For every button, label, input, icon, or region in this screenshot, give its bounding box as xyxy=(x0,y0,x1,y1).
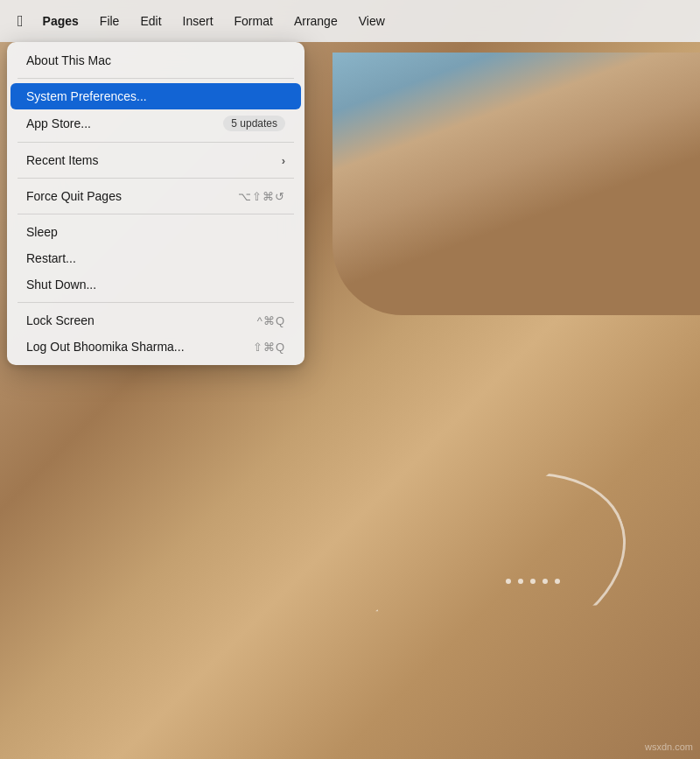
menu-item-log-out[interactable]: Log Out Bhoomika Sharma... ⇧⌘Q xyxy=(10,334,301,360)
menu-item-force-quit[interactable]: Force Quit Pages ⌥⇧⌘↺ xyxy=(10,183,301,209)
separator-1 xyxy=(18,78,294,79)
menu-item-system-prefs[interactable]: System Preferences... xyxy=(10,83,301,109)
menubar-format[interactable]: Format xyxy=(226,11,282,32)
apple-menu-button[interactable]:  xyxy=(10,9,31,34)
desktop-decoration xyxy=(346,439,652,694)
menu-item-shut-down[interactable]: Shut Down... xyxy=(10,271,301,298)
separator-3 xyxy=(18,178,294,179)
menu-item-app-store-label: App Store... xyxy=(26,116,223,130)
menubar-insert[interactable]: Insert xyxy=(174,11,222,32)
menubar-file[interactable]: File xyxy=(91,11,129,32)
menu-item-about-mac[interactable]: About This Mac xyxy=(10,47,301,74)
separator-4 xyxy=(18,214,294,214)
lock-screen-shortcut: ^⌘Q xyxy=(257,314,285,327)
menu-item-log-out-label: Log Out Bhoomika Sharma... xyxy=(26,340,253,354)
menubar-pages[interactable]: Pages xyxy=(34,11,88,32)
menu-item-lock-screen-label: Lock Screen xyxy=(26,313,257,327)
watermark: wsxdn.com xyxy=(645,741,693,752)
menu-item-recent-items[interactable]: Recent Items › xyxy=(10,147,301,173)
separator-2 xyxy=(18,142,294,143)
menu-item-restart-label: Restart... xyxy=(26,251,285,265)
menu-item-lock-screen[interactable]: Lock Screen ^⌘Q xyxy=(10,307,301,334)
menu-item-app-store[interactable]: App Store... 5 updates xyxy=(10,109,301,137)
apple-menu-dropdown: About This Mac System Preferences... App… xyxy=(7,42,304,365)
menu-item-shut-down-label: Shut Down... xyxy=(26,278,285,292)
menu-item-sleep[interactable]: Sleep xyxy=(10,219,301,245)
menu-item-force-quit-label: Force Quit Pages xyxy=(26,189,238,203)
desktop-dots xyxy=(506,579,560,584)
force-quit-shortcut: ⌥⇧⌘↺ xyxy=(238,190,285,203)
menubar:  Pages File Edit Insert Format Arrange … xyxy=(0,0,700,42)
log-out-shortcut: ⇧⌘Q xyxy=(253,341,285,354)
menu-item-system-prefs-label: System Preferences... xyxy=(26,89,285,103)
menubar-arrange[interactable]: Arrange xyxy=(285,11,346,32)
menu-item-sleep-label: Sleep xyxy=(26,225,285,239)
menu-item-about-mac-label: About This Mac xyxy=(26,53,285,67)
menubar-view[interactable]: View xyxy=(350,11,394,32)
recent-items-chevron-icon: › xyxy=(282,154,285,167)
menubar-edit[interactable]: Edit xyxy=(131,11,170,32)
menu-item-recent-items-label: Recent Items xyxy=(26,153,282,167)
separator-5 xyxy=(18,302,294,303)
app-store-badge: 5 updates xyxy=(223,116,285,131)
menu-item-restart[interactable]: Restart... xyxy=(10,245,301,271)
